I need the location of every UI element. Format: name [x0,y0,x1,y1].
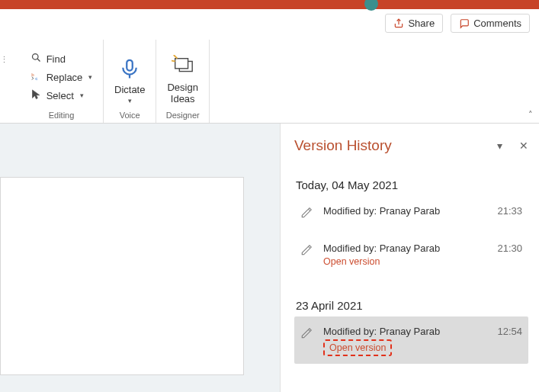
select-button[interactable]: Select ▾ [29,88,85,103]
replace-icon: b c [30,70,42,84]
close-icon[interactable]: ✕ [519,140,528,152]
version-group-label: Today, 04 May 2021 [294,178,528,191]
modified-by-label: Modified by: Pranay Parab [323,243,440,254]
dictate-label: Dictate [114,84,145,95]
ribbon-group-editing: Find b c Replace ▾ Select ▾ [20,40,104,123]
app-title-bar [0,0,539,9]
dictate-button[interactable]: Dictate ▾ [108,57,151,108]
pane-options-button[interactable]: ▾ [497,140,502,152]
chevron-down-icon: ▾ [88,73,92,81]
microphone-icon [118,57,141,82]
ribbon-left-overflow[interactable]: ⋮ [0,55,11,65]
ribbon-group-voice: Dictate ▾ Voice [104,40,156,123]
svg-text:c: c [35,76,37,81]
replace-button[interactable]: b c Replace ▾ [29,69,95,85]
search-icon [30,52,42,66]
svg-rect-5 [127,60,133,71]
svg-rect-8 [175,59,188,69]
pane-title: Version History [294,137,392,154]
chevron-down-icon: ▾ [128,97,132,104]
select-label: Select [47,90,74,101]
svg-point-1 [32,54,38,60]
collapse-ribbon-button[interactable]: ˄ [528,110,533,120]
open-version-link[interactable]: Open version [323,256,380,267]
modified-by-label: Modified by: Pranay Parab [323,326,440,337]
find-button[interactable]: Find [29,51,67,66]
pencil-icon [300,205,314,221]
ribbon-group-designer: Design Ideas Designer [156,40,209,123]
group-label-voice: Voice [120,111,140,120]
design-ideas-label: Design Ideas [167,82,197,104]
version-group-label: 23 April 2021 [294,299,528,312]
slide-canvas[interactable] [0,177,244,375]
ribbon: ⋮ Find b c Replace ▾ [0,9,539,124]
pencil-icon [300,243,314,259]
group-label-designer: Designer [166,111,200,120]
svg-line-2 [37,59,40,61]
version-item[interactable]: Modified by: Pranay Parab 21:30 Open ver… [294,233,528,275]
modified-by-label: Modified by: Pranay Parab [323,205,440,217]
group-label-editing: Editing [49,111,75,120]
cursor-icon [30,88,42,102]
version-time: 21:33 [497,205,522,217]
replace-label: Replace [47,72,83,83]
title-bar-segment [221,0,377,9]
chevron-down-icon: ▾ [80,92,84,99]
open-version-link[interactable]: Open version [323,339,392,356]
svg-text:b: b [31,72,34,77]
version-time: 12:54 [497,326,522,337]
design-ideas-icon [172,55,194,80]
slide-editor-area[interactable] [0,124,280,392]
design-ideas-button[interactable]: Design Ideas [161,55,204,108]
version-item[interactable]: Modified by: Pranay Parab 21:33 [294,196,528,229]
version-item[interactable]: Modified by: Pranay Parab 12:54 Open ver… [294,316,528,364]
pencil-icon [300,326,314,342]
version-time: 21:30 [497,243,522,254]
version-history-pane: Version History ▾ ✕ Today, 04 May 2021 M… [280,124,539,392]
find-label: Find [47,53,66,65]
